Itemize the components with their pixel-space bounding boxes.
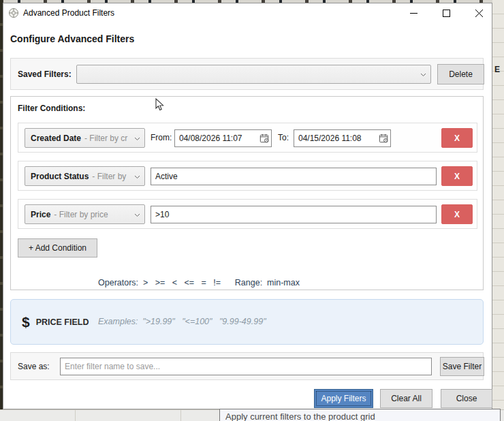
grid-line (180, 410, 181, 421)
advanced-product-filters-dialog: Advanced Product Filters Configure Advan… (3, 3, 492, 409)
filter-conditions-label: Filter Conditions: (18, 104, 85, 113)
close-button[interactable] (469, 5, 489, 21)
calendar-icon[interactable] (379, 134, 388, 146)
chevron-down-icon (134, 172, 140, 181)
chevron-down-icon (134, 134, 140, 143)
dialog-heading: Configure Advanced Filters (10, 33, 134, 44)
save-as-panel: Save as: Save Filter (10, 352, 484, 380)
app-gear-icon (8, 7, 19, 18)
window-controls (403, 5, 489, 21)
delete-saved-filter-button[interactable]: Delete (437, 64, 484, 84)
field-name: Created Date (31, 134, 81, 143)
remove-condition-button[interactable]: X (441, 204, 473, 224)
examples-line: Examples: ">19.99" "<=100" "9.99-49.99" (98, 315, 300, 328)
clear-all-button[interactable]: Clear All (380, 389, 432, 408)
close-icon (475, 10, 483, 17)
condition-value-input[interactable] (151, 206, 437, 223)
operators-line: Operators: > >= < <= = != Range: min-max (98, 277, 300, 290)
date-from-input[interactable] (174, 129, 272, 147)
minimize-icon (410, 10, 418, 17)
apply-filters-button[interactable]: Apply Filters (314, 389, 373, 408)
date-to-field (294, 129, 391, 147)
field-description: - Filter by cr (84, 134, 127, 143)
condition-value-input[interactable] (151, 168, 437, 185)
field-name: Product Status (31, 172, 89, 181)
mouse-cursor-icon (155, 98, 164, 111)
filter-name-input[interactable] (60, 358, 432, 375)
price-field-info-box: $ PRICE FIELD Operators: > >= < <= = != … (10, 299, 484, 345)
date-to-input[interactable] (294, 129, 391, 147)
dollar-icon: $ (22, 314, 30, 330)
field-description: - Filter by price (54, 210, 108, 219)
field-name: Price (31, 210, 50, 219)
from-label: From: (151, 133, 172, 142)
field-select-created-date[interactable]: Created Date - Filter by cr (25, 128, 145, 148)
calendar-icon[interactable] (259, 134, 269, 146)
remove-condition-button[interactable]: X (441, 128, 473, 148)
background-app-grid: E (492, 0, 504, 421)
info-box-identity: $ PRICE FIELD (22, 314, 98, 330)
saved-filters-select[interactable] (76, 65, 431, 84)
field-select-product-status[interactable]: Product Status - Filter by (25, 166, 145, 186)
save-filter-button[interactable]: Save Filter (440, 357, 484, 376)
to-label: To: (278, 133, 289, 142)
chevron-down-icon (134, 210, 140, 219)
screen: E Advanced Product Filters (0, 0, 504, 421)
chevron-down-icon (420, 69, 426, 79)
condition-row-product-status: Product Status - Filter by X (18, 161, 477, 191)
date-from-field (174, 129, 272, 147)
title-bar[interactable]: Advanced Product Filters (3, 3, 492, 22)
remove-condition-button[interactable]: X (441, 166, 473, 186)
condition-row-price: Price - Filter by price X (18, 199, 477, 229)
info-box-title: PRICE FIELD (36, 317, 89, 327)
field-description: - Filter by (92, 172, 126, 181)
apply-filters-tooltip: Apply current filters to the product gri… (219, 409, 501, 421)
window-title: Advanced Product Filters (23, 8, 114, 18)
grid-line (75, 410, 76, 421)
background-grid-text: E (494, 65, 500, 74)
condition-row-created-date: Created Date - Filter by cr From: To: (18, 123, 477, 153)
close-dialog-button[interactable]: Close (441, 389, 492, 408)
field-select-price[interactable]: Price - Filter by price (25, 204, 145, 224)
maximize-button[interactable] (436, 5, 456, 21)
maximize-icon (443, 10, 450, 17)
saved-filters-panel: Saved Filters: Delete (10, 58, 484, 90)
minimize-button[interactable] (403, 5, 424, 21)
save-as-label: Save as: (18, 362, 50, 371)
add-condition-button[interactable]: + Add Condition (18, 238, 97, 258)
saved-filters-label: Saved Filters: (18, 69, 72, 79)
